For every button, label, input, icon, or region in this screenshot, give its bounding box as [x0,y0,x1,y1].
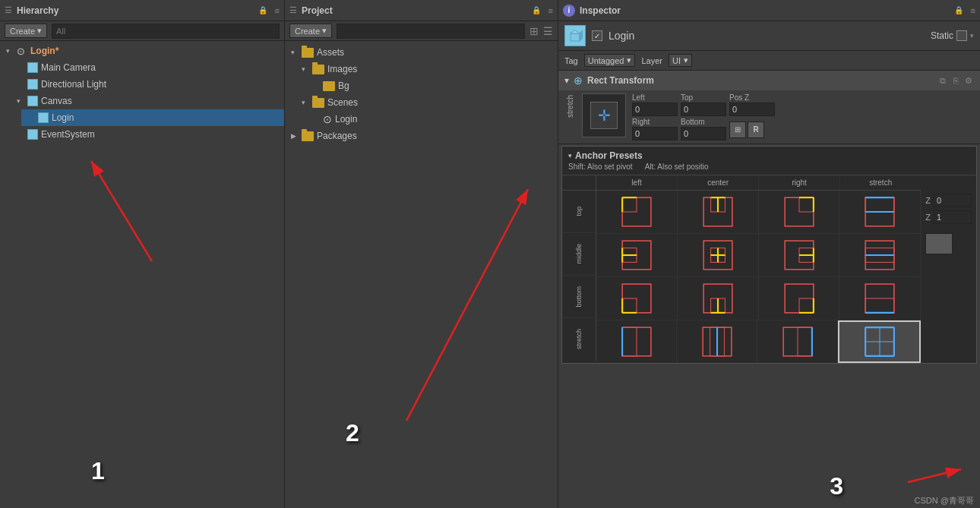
tree-label-main-camera: Main Camera [41,62,96,73]
anchor-cell-bottom-right[interactable] [759,277,840,320]
anchor-cell-middle-stretch[interactable] [839,234,921,276]
anchor-cell-bottom-left[interactable] [596,277,678,320]
tree-item-directional-light[interactable]: Directional Light [11,76,284,93]
rt-col-bottom: Bottom [681,118,726,140]
hierarchy-search-input[interactable] [52,24,280,39]
unity-icon-login-root: ⊙ [17,46,27,56]
inspector-panel: i Inspector 🔒 ≡ ✓ Login Static ▾ [558,0,980,508]
static-checkbox[interactable] [956,30,967,41]
folder-item-assets[interactable]: ▾ Assets [285,44,558,61]
z-label-0: Z [925,196,931,205]
rect-paste-icon[interactable]: ⎘ [950,75,961,86]
rect-gear-icon[interactable]: ⚙ [963,75,974,86]
static-row: Static ▾ [931,30,974,41]
transform-visual[interactable]: ✛ [582,93,626,137]
anchor-row-middle-text: middle [575,244,583,264]
rect-copy-icon[interactable]: ⧉ [937,75,948,86]
inspector-kebab-icon[interactable]: ≡ [971,6,975,15]
folder-item-packages[interactable]: ▶ Packages [285,128,558,144]
anchor-cell-top-left[interactable] [596,191,678,233]
folder-item-login-scene[interactable]: ⊙ Login [285,111,558,128]
hierarchy-menu-icon[interactable]: ☰ [5,5,12,15]
anchor-presets-header: ▾ Anchor Presets Shift: Also set pivot A… [562,147,976,175]
rt-right-input[interactable] [632,127,678,140]
anchor-right-col: Z Z [921,175,976,363]
cube-icon-eventsystem [27,129,38,140]
anchor-expand-arrow[interactable]: ▾ [568,152,572,159]
hierarchy-kebab-icon[interactable]: ≡ [275,6,280,15]
z-input-0[interactable] [934,194,972,207]
anchor-extra-button[interactable] [925,233,953,254]
rt-blueprint-button[interactable]: ⊞ [729,121,746,138]
anchor-cell-stretch-left[interactable] [596,320,677,363]
cube-icon-main-camera [27,62,38,73]
static-dropdown-arrow[interactable]: ▾ [970,32,974,39]
svg-rect-16 [799,197,814,212]
watermark: CSDN @青哥哥 [915,495,974,506]
project-search-input[interactable] [337,24,525,39]
anchor-cell-top-stretch[interactable] [839,191,921,233]
tree-item-login-child[interactable]: Login [21,109,284,126]
annotation-3: 3 [830,472,843,500]
project-menu-icon[interactable]: ☰ [289,5,297,15]
folder-item-bg[interactable]: Bg [285,77,558,94]
svg-rect-20 [865,197,894,212]
tag-dropdown-arrow: ▾ [627,55,631,65]
svg-rect-39 [622,298,637,313]
tree-item-canvas[interactable]: ▾ Canvas [11,93,284,109]
tree-item-eventsystem[interactable]: EventSystem [11,126,284,143]
svg-rect-4 [571,33,580,41]
anchor-cell-top-center[interactable] [678,191,759,233]
rt-fields: Left Top Pos Z [632,93,974,140]
anchor-presets-container: ▾ Anchor Presets Shift: Also set pivot A… [561,146,977,364]
anchor-svg-stretch-stretch [863,325,896,358]
hierarchy-lock-icon[interactable]: 🔒 [258,6,267,14]
anchor-cell-middle-left[interactable] [596,234,678,276]
anchor-cell-middle-right[interactable] [759,234,840,276]
svg-marker-5 [571,30,580,33]
rect-transform-title: Rect Transform [587,75,933,86]
tag-label: Tag [564,56,578,65]
tree-item-login-root[interactable]: ▾ ⊙ Login* [0,43,284,59]
anchor-cell-stretch-center[interactable] [677,320,757,363]
folder-item-scenes[interactable]: ▾ Scenes [285,94,558,111]
svg-rect-54 [622,327,637,356]
rt-col-posz: Pos Z [729,93,775,116]
project-create-button[interactable]: Create ▾ [289,24,332,38]
anchor-svg-middle-right [782,238,816,272]
layer-dropdown[interactable]: UI ▾ [669,54,692,67]
inspector-lock-icon[interactable]: 🔒 [954,6,963,14]
project-view-icon[interactable]: ⊞ [530,25,539,37]
anchor-cell-bottom-center[interactable] [678,277,759,320]
rt-bottom-input[interactable] [681,127,726,140]
rt-row-top: Left Top Pos Z [632,93,974,116]
anchor-cell-bottom-stretch[interactable] [839,277,921,320]
anchor-cell-top-right[interactable] [759,191,840,233]
tree-item-main-camera[interactable]: Main Camera [11,59,284,76]
project-lock-icon[interactable]: 🔒 [532,6,541,14]
transform-crosshair: ✛ [598,106,611,125]
rt-left-label: Left [632,93,645,102]
project-filter-icon[interactable]: ☰ [543,25,553,37]
rt-top-input[interactable] [681,103,726,116]
anchor-row-bottom-text: bottom [575,286,583,308]
rt-left-input[interactable] [632,103,678,116]
anchor-cell-middle-center[interactable] [678,234,759,276]
rect-expand-arrow[interactable]: ▾ [564,75,569,86]
inspector-active-checkbox[interactable]: ✓ [592,30,602,41]
folder-arrow-scenes: ▾ [302,99,309,106]
anchor-cell-stretch-right[interactable] [757,320,838,363]
hierarchy-create-button[interactable]: Create ▾ [5,24,47,38]
tag-dropdown[interactable]: Untagged ▾ [584,54,636,67]
z-input-1[interactable] [934,210,972,224]
anchor-cells-container: left center right stretch [596,175,921,363]
tag-layer-row: Tag Untagged ▾ Layer UI ▾ [558,51,980,71]
folder-item-images[interactable]: ▾ Images [285,61,558,77]
tree-label-eventsystem: EventSystem [41,129,95,140]
z-label-1: Z [925,213,931,222]
project-kebab-icon[interactable]: ≡ [548,6,553,15]
rt-row-bottom: Right Bottom ⊞ R [632,118,974,140]
anchor-cell-stretch-stretch[interactable] [838,320,921,363]
rt-posz-input[interactable] [729,103,775,116]
rt-r-button[interactable]: R [748,121,764,138]
